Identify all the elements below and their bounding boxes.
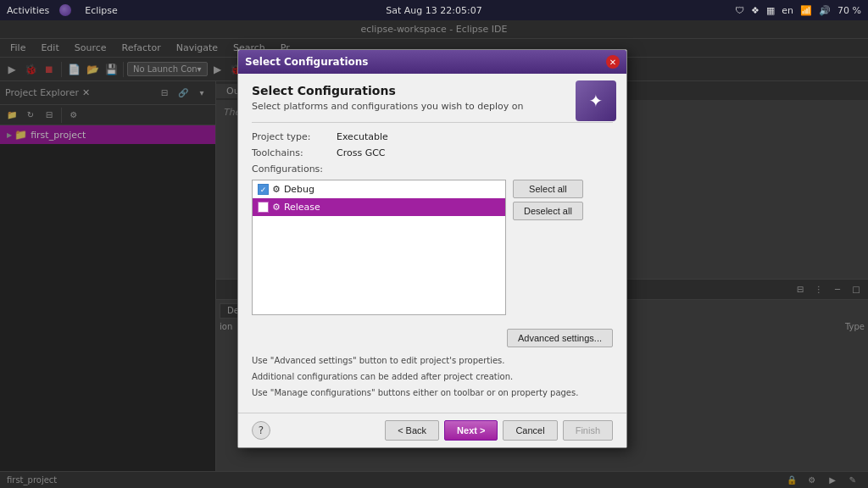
activities-button[interactable]: Activities xyxy=(7,5,49,16)
dialog-close-button[interactable]: ✕ xyxy=(606,55,620,69)
eclipse-label: Eclipse xyxy=(85,5,118,16)
info-line-2: Additional configurations can be added a… xyxy=(252,370,613,383)
dialog-subtitle: Select platforms and configurations you … xyxy=(252,101,613,112)
project-type-label: Project type: xyxy=(252,131,337,142)
project-type-field: Project type: Executable xyxy=(252,131,613,142)
back-button[interactable]: < Back xyxy=(385,420,439,441)
lang-indicator: en xyxy=(782,5,793,16)
toolchains-value: Cross GCC xyxy=(337,147,386,158)
dialog-footer: ? < Back Next > Cancel Finish xyxy=(238,413,626,447)
dialog-separator-1 xyxy=(252,122,613,123)
footer-buttons: < Back Next > Cancel Finish xyxy=(385,420,613,441)
datetime: Sat Aug 13 22:05:07 xyxy=(386,5,481,16)
config-item-release[interactable]: ⚙ Release xyxy=(253,198,505,216)
system-bar: Activities Eclipse Sat Aug 13 22:05:07 🛡… xyxy=(0,0,868,20)
debug-checkbox[interactable]: ✓ xyxy=(258,184,269,195)
finish-button[interactable]: Finish xyxy=(563,420,613,441)
config-item-debug[interactable]: ✓ ⚙ Debug xyxy=(253,180,505,198)
next-button[interactable]: Next > xyxy=(444,420,498,441)
eclipse-icon xyxy=(59,4,71,16)
config-area: ✓ ⚙ Debug ⚙ Release Select all Deselect … xyxy=(252,180,613,322)
deselect-all-button[interactable]: Deselect all xyxy=(513,202,583,220)
help-button[interactable]: ? xyxy=(252,421,270,440)
config-buttons: Select all Deselect all xyxy=(513,180,583,220)
debug-gear-icon: ⚙ xyxy=(272,184,281,195)
dropbox-icon: ❖ xyxy=(751,5,760,16)
project-type-value: Executable xyxy=(337,131,388,142)
configurations-section-label: Configurations: xyxy=(252,164,613,175)
toolchains-field: Toolchains: Cross GCC xyxy=(252,147,613,158)
select-all-button[interactable]: Select all xyxy=(513,180,583,198)
vm-icon: ▦ xyxy=(766,5,775,16)
toolchains-label: Toolchains: xyxy=(252,147,337,158)
advanced-btn-row: Advanced settings... xyxy=(252,329,613,347)
dialog-title-text: Select Configurations xyxy=(245,56,368,68)
debug-label: Debug xyxy=(284,184,314,195)
info-line-3: Use "Manage configurations" buttons eith… xyxy=(252,386,613,399)
info-line-1: Use "Advanced settings" button to edit p… xyxy=(252,354,613,367)
release-checkbox[interactable] xyxy=(258,202,269,213)
advanced-settings-button[interactable]: Advanced settings... xyxy=(507,329,613,347)
battery-indicator: 70 % xyxy=(837,5,861,16)
release-label: Release xyxy=(284,202,320,213)
select-configurations-dialog: Select Configurations ✕ ✦ Select Configu… xyxy=(237,49,627,448)
dialog-heading: Select Configurations xyxy=(252,84,613,97)
dialog-titlebar: Select Configurations ✕ xyxy=(238,50,626,74)
release-gear-icon: ⚙ xyxy=(272,202,281,213)
wifi-icon: 📶 xyxy=(800,5,812,16)
config-list: ✓ ⚙ Debug ⚙ Release xyxy=(252,180,506,315)
wizard-icon: ✦ xyxy=(576,80,616,121)
dialog-body: ✦ Select Configurations Select platforms… xyxy=(238,74,626,413)
volume-icon: 🔊 xyxy=(819,5,831,16)
shield-icon: 🛡 xyxy=(735,5,744,16)
cancel-button[interactable]: Cancel xyxy=(503,420,557,441)
